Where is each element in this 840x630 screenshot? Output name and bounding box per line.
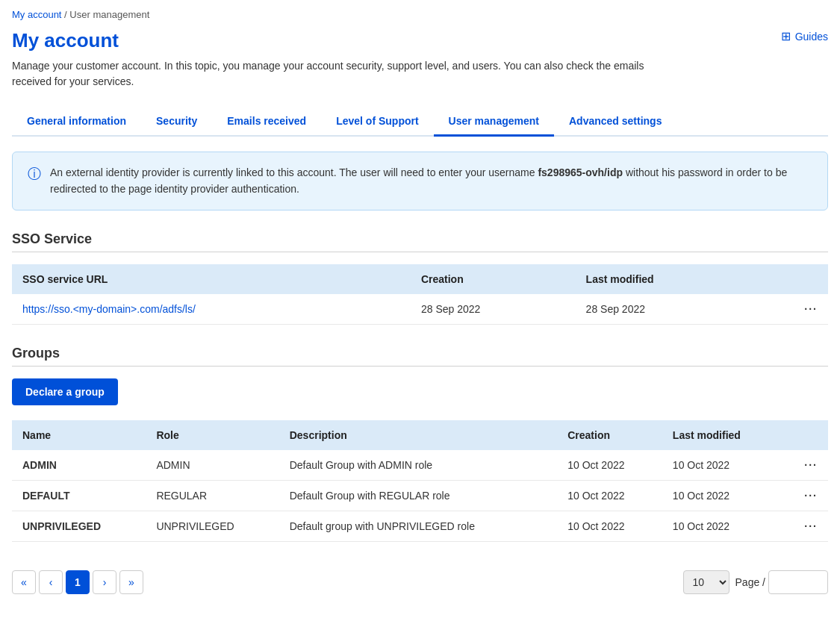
sso-col-creation: Creation	[411, 264, 576, 294]
tab-advanced[interactable]: Advanced settings	[554, 107, 676, 137]
groups-col-role: Role	[146, 420, 279, 450]
group-name: DEFAULT	[12, 480, 146, 511]
group-row-actions[interactable]: ···	[782, 480, 828, 511]
group-description: Default group with UNPRIVILEGED role	[279, 511, 558, 541]
sso-url[interactable]: https://sso.<my-domain>.com/adfs/ls/	[12, 294, 411, 325]
group-creation: 10 Oct 2022	[557, 511, 662, 541]
declare-group-button[interactable]: Declare a group	[12, 378, 118, 405]
pagination-next[interactable]: ›	[93, 570, 116, 594]
info-banner: ⓘ An external identity provider is curre…	[12, 152, 828, 210]
info-banner-text: An external identity provider is current…	[50, 164, 812, 198]
table-row: ADMIN ADMIN Default Group with ADMIN rol…	[12, 450, 828, 481]
tab-support[interactable]: Level of Support	[321, 107, 433, 137]
sso-col-actions	[758, 264, 828, 294]
group-row-actions[interactable]: ···	[782, 450, 828, 481]
groups-col-creation: Creation	[557, 420, 662, 450]
breadcrumb-current: User management	[69, 9, 149, 20]
group-description: Default Group with ADMIN role	[279, 450, 558, 481]
page-input-area: Page /	[735, 570, 828, 594]
group-role: ADMIN	[146, 450, 279, 481]
tabs-nav: General information Security Emails rece…	[12, 107, 828, 137]
info-icon: ⓘ	[28, 165, 41, 183]
tab-emails[interactable]: Emails received	[212, 107, 321, 137]
groups-col-name: Name	[12, 420, 146, 450]
sso-col-modified: Last modified	[576, 264, 759, 294]
groups-col-actions	[782, 420, 828, 450]
groups-section-title: Groups	[12, 346, 828, 361]
pagination-first[interactable]: «	[12, 570, 36, 594]
table-row: https://sso.<my-domain>.com/adfs/ls/ 28 …	[12, 294, 828, 325]
group-last-modified: 10 Oct 2022	[662, 450, 783, 481]
table-row: DEFAULT REGULAR Default Group with REGUL…	[12, 480, 828, 511]
group-last-modified: 10 Oct 2022	[662, 480, 783, 511]
page-label: Page /	[735, 576, 765, 588]
sso-col-url: SSO service URL	[12, 264, 411, 294]
guides-button[interactable]: ⊞ Guides	[781, 29, 828, 43]
sso-creation: 28 Sep 2022	[411, 294, 576, 325]
page-description: Manage your customer account. In this to…	[12, 58, 684, 90]
group-last-modified: 10 Oct 2022	[662, 511, 783, 541]
sso-section-title: SSO Service	[12, 231, 828, 247]
page-number-input[interactable]	[768, 570, 828, 594]
pagination-last[interactable]: »	[119, 570, 143, 594]
group-creation: 10 Oct 2022	[557, 450, 662, 481]
sso-row-actions[interactable]: ···	[758, 294, 828, 325]
group-name: ADMIN	[12, 450, 146, 481]
breadcrumb-link[interactable]: My account	[12, 9, 61, 20]
group-role: REGULAR	[146, 480, 279, 511]
tab-usermgmt[interactable]: User management	[434, 107, 554, 137]
page-size-select[interactable]: 10 25 50 100	[683, 570, 729, 594]
page-header: My account ⊞ Guides	[12, 29, 828, 52]
group-role: UNPRIVILEGED	[146, 511, 279, 541]
group-creation: 10 Oct 2022	[557, 480, 662, 511]
breadcrumb: My account / User management	[12, 9, 828, 20]
guides-label: Guides	[795, 31, 828, 43]
page-size-area: 10 25 50 100 Page /	[683, 570, 828, 594]
sso-last-modified: 28 Sep 2022	[576, 294, 759, 325]
group-name: UNPRIVILEGED	[12, 511, 146, 541]
sso-divider	[12, 252, 828, 252]
group-description: Default Group with REGULAR role	[279, 480, 558, 511]
pagination-current[interactable]: 1	[66, 570, 90, 594]
tab-general[interactable]: General information	[12, 107, 141, 137]
page-controls: « ‹ 1 › »	[12, 570, 143, 594]
guides-icon: ⊞	[781, 29, 791, 43]
pagination: « ‹ 1 › » 10 25 50 100 Page /	[12, 563, 828, 594]
groups-table: Name Role Description Creation Last modi…	[12, 420, 828, 542]
groups-col-description: Description	[279, 420, 558, 450]
pagination-prev[interactable]: ‹	[39, 570, 63, 594]
groups-col-modified: Last modified	[662, 420, 783, 450]
sso-table: SSO service URL Creation Last modified h…	[12, 264, 828, 325]
page-title: My account	[12, 29, 119, 52]
table-row: UNPRIVILEGED UNPRIVILEGED Default group …	[12, 511, 828, 541]
group-row-actions[interactable]: ···	[782, 511, 828, 541]
groups-divider	[12, 366, 828, 367]
tab-security[interactable]: Security	[141, 107, 212, 137]
